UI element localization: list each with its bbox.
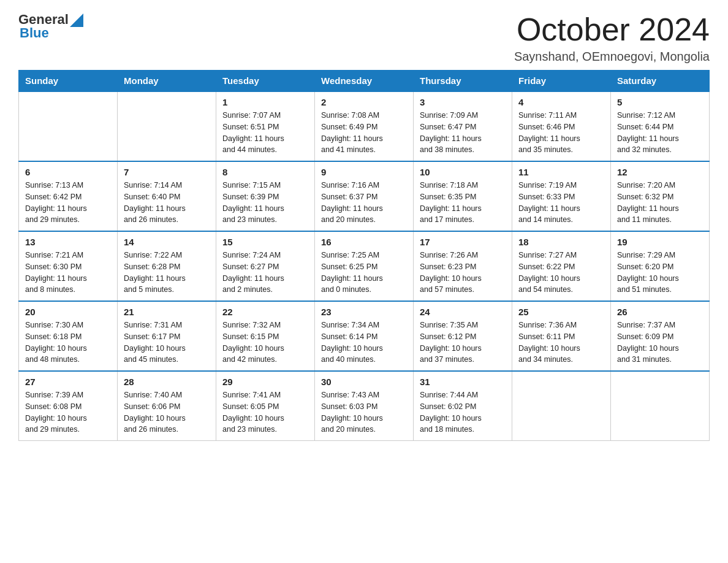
calendar-cell: 18Sunrise: 7:27 AM Sunset: 6:22 PM Dayli… xyxy=(512,231,611,301)
calendar-week-row: 20Sunrise: 7:30 AM Sunset: 6:18 PM Dayli… xyxy=(19,301,710,371)
logo-triangle-icon xyxy=(70,13,83,27)
calendar-cell: 16Sunrise: 7:25 AM Sunset: 6:25 PM Dayli… xyxy=(315,231,414,301)
calendar-cell: 9Sunrise: 7:16 AM Sunset: 6:37 PM Daylig… xyxy=(315,161,414,231)
day-number: 22 xyxy=(222,307,308,317)
day-info: Sunrise: 7:35 AM Sunset: 6:12 PM Dayligh… xyxy=(420,320,506,366)
calendar-cell: 14Sunrise: 7:22 AM Sunset: 6:28 PM Dayli… xyxy=(118,231,216,301)
calendar-cell: 24Sunrise: 7:35 AM Sunset: 6:12 PM Dayli… xyxy=(414,301,512,371)
calendar-cell: 31Sunrise: 7:44 AM Sunset: 6:02 PM Dayli… xyxy=(414,371,512,441)
logo-blue-text: Blue xyxy=(20,26,83,40)
calendar-week-row: 27Sunrise: 7:39 AM Sunset: 6:08 PM Dayli… xyxy=(19,371,710,441)
day-number: 9 xyxy=(321,167,407,177)
page-header: General Blue October 2024 Saynshand, OEm… xyxy=(18,12,710,64)
day-info: Sunrise: 7:13 AM Sunset: 6:42 PM Dayligh… xyxy=(25,180,111,226)
day-number: 2 xyxy=(321,97,407,107)
calendar-cell: 8Sunrise: 7:15 AM Sunset: 6:39 PM Daylig… xyxy=(216,161,315,231)
calendar-cell: 28Sunrise: 7:40 AM Sunset: 6:06 PM Dayli… xyxy=(118,371,216,441)
day-number: 18 xyxy=(518,237,604,247)
day-number: 30 xyxy=(321,377,407,387)
day-number: 25 xyxy=(518,307,604,317)
calendar-cell: 19Sunrise: 7:29 AM Sunset: 6:20 PM Dayli… xyxy=(611,231,710,301)
calendar-cell: 11Sunrise: 7:19 AM Sunset: 6:33 PM Dayli… xyxy=(512,161,611,231)
calendar-cell: 29Sunrise: 7:41 AM Sunset: 6:05 PM Dayli… xyxy=(216,371,315,441)
day-info: Sunrise: 7:09 AM Sunset: 6:47 PM Dayligh… xyxy=(420,110,506,156)
day-number: 24 xyxy=(420,307,506,317)
day-number: 13 xyxy=(25,237,111,247)
calendar-cell: 20Sunrise: 7:30 AM Sunset: 6:18 PM Dayli… xyxy=(19,301,118,371)
logo: General Blue xyxy=(18,12,83,40)
day-info: Sunrise: 7:32 AM Sunset: 6:15 PM Dayligh… xyxy=(222,320,308,366)
day-info: Sunrise: 7:39 AM Sunset: 6:08 PM Dayligh… xyxy=(25,389,111,435)
calendar-cell: 3Sunrise: 7:09 AM Sunset: 6:47 PM Daylig… xyxy=(414,91,512,161)
weekday-header-friday: Friday xyxy=(512,71,611,92)
calendar-cell: 26Sunrise: 7:37 AM Sunset: 6:09 PM Dayli… xyxy=(611,301,710,371)
day-info: Sunrise: 7:30 AM Sunset: 6:18 PM Dayligh… xyxy=(25,320,111,366)
calendar-cell: 5Sunrise: 7:12 AM Sunset: 6:44 PM Daylig… xyxy=(611,91,710,161)
day-number: 10 xyxy=(420,167,506,177)
day-info: Sunrise: 7:19 AM Sunset: 6:33 PM Dayligh… xyxy=(518,180,604,226)
weekday-header-wednesday: Wednesday xyxy=(315,71,414,92)
title-block: October 2024 Saynshand, OEmnoegovi, Mong… xyxy=(514,12,710,64)
month-title: October 2024 xyxy=(514,12,710,47)
day-number: 17 xyxy=(420,237,506,247)
weekday-header-sunday: Sunday xyxy=(19,71,118,92)
calendar-cell: 21Sunrise: 7:31 AM Sunset: 6:17 PM Dayli… xyxy=(118,301,216,371)
location-subtitle: Saynshand, OEmnoegovi, Mongolia xyxy=(514,50,710,64)
day-number: 6 xyxy=(25,167,111,177)
calendar-cell xyxy=(118,91,216,161)
calendar-table: SundayMondayTuesdayWednesdayThursdayFrid… xyxy=(18,70,710,441)
day-number: 29 xyxy=(222,377,308,387)
day-number: 26 xyxy=(617,307,703,317)
calendar-cell xyxy=(19,91,118,161)
day-info: Sunrise: 7:08 AM Sunset: 6:49 PM Dayligh… xyxy=(321,110,407,156)
day-number: 19 xyxy=(617,237,703,247)
calendar-cell: 2Sunrise: 7:08 AM Sunset: 6:49 PM Daylig… xyxy=(315,91,414,161)
day-number: 21 xyxy=(124,307,210,317)
day-info: Sunrise: 7:22 AM Sunset: 6:28 PM Dayligh… xyxy=(124,250,210,296)
calendar-header-row: SundayMondayTuesdayWednesdayThursdayFrid… xyxy=(19,71,710,92)
calendar-cell: 1Sunrise: 7:07 AM Sunset: 6:51 PM Daylig… xyxy=(216,91,315,161)
day-info: Sunrise: 7:14 AM Sunset: 6:40 PM Dayligh… xyxy=(124,180,210,226)
day-info: Sunrise: 7:07 AM Sunset: 6:51 PM Dayligh… xyxy=(222,110,308,156)
day-number: 20 xyxy=(25,307,111,317)
day-info: Sunrise: 7:15 AM Sunset: 6:39 PM Dayligh… xyxy=(222,180,308,226)
calendar-cell: 13Sunrise: 7:21 AM Sunset: 6:30 PM Dayli… xyxy=(19,231,118,301)
day-info: Sunrise: 7:43 AM Sunset: 6:03 PM Dayligh… xyxy=(321,389,407,435)
day-number: 7 xyxy=(124,167,210,177)
day-number: 8 xyxy=(222,167,308,177)
day-number: 3 xyxy=(420,97,506,107)
day-number: 31 xyxy=(420,377,506,387)
day-info: Sunrise: 7:16 AM Sunset: 6:37 PM Dayligh… xyxy=(321,180,407,226)
day-info: Sunrise: 7:34 AM Sunset: 6:14 PM Dayligh… xyxy=(321,320,407,366)
day-info: Sunrise: 7:21 AM Sunset: 6:30 PM Dayligh… xyxy=(25,250,111,296)
day-number: 5 xyxy=(617,97,703,107)
day-info: Sunrise: 7:41 AM Sunset: 6:05 PM Dayligh… xyxy=(222,389,308,435)
day-info: Sunrise: 7:44 AM Sunset: 6:02 PM Dayligh… xyxy=(420,389,506,435)
day-number: 16 xyxy=(321,237,407,247)
day-info: Sunrise: 7:12 AM Sunset: 6:44 PM Dayligh… xyxy=(617,110,703,156)
calendar-cell: 6Sunrise: 7:13 AM Sunset: 6:42 PM Daylig… xyxy=(19,161,118,231)
calendar-cell: 15Sunrise: 7:24 AM Sunset: 6:27 PM Dayli… xyxy=(216,231,315,301)
day-info: Sunrise: 7:40 AM Sunset: 6:06 PM Dayligh… xyxy=(124,389,210,435)
calendar-cell: 7Sunrise: 7:14 AM Sunset: 6:40 PM Daylig… xyxy=(118,161,216,231)
day-info: Sunrise: 7:18 AM Sunset: 6:35 PM Dayligh… xyxy=(420,180,506,226)
svg-marker-0 xyxy=(70,13,83,27)
day-info: Sunrise: 7:20 AM Sunset: 6:32 PM Dayligh… xyxy=(617,180,703,226)
day-number: 4 xyxy=(518,97,604,107)
day-number: 12 xyxy=(617,167,703,177)
day-number: 14 xyxy=(124,237,210,247)
day-info: Sunrise: 7:27 AM Sunset: 6:22 PM Dayligh… xyxy=(518,250,604,296)
day-number: 15 xyxy=(222,237,308,247)
calendar-cell: 27Sunrise: 7:39 AM Sunset: 6:08 PM Dayli… xyxy=(19,371,118,441)
day-info: Sunrise: 7:31 AM Sunset: 6:17 PM Dayligh… xyxy=(124,320,210,366)
day-info: Sunrise: 7:24 AM Sunset: 6:27 PM Dayligh… xyxy=(222,250,308,296)
calendar-week-row: 1Sunrise: 7:07 AM Sunset: 6:51 PM Daylig… xyxy=(19,91,710,161)
day-info: Sunrise: 7:36 AM Sunset: 6:11 PM Dayligh… xyxy=(518,320,604,366)
calendar-cell xyxy=(611,371,710,441)
day-number: 28 xyxy=(124,377,210,387)
calendar-cell: 22Sunrise: 7:32 AM Sunset: 6:15 PM Dayli… xyxy=(216,301,315,371)
weekday-header-thursday: Thursday xyxy=(414,71,512,92)
day-info: Sunrise: 7:37 AM Sunset: 6:09 PM Dayligh… xyxy=(617,320,703,366)
calendar-cell: 10Sunrise: 7:18 AM Sunset: 6:35 PM Dayli… xyxy=(414,161,512,231)
calendar-cell xyxy=(512,371,611,441)
